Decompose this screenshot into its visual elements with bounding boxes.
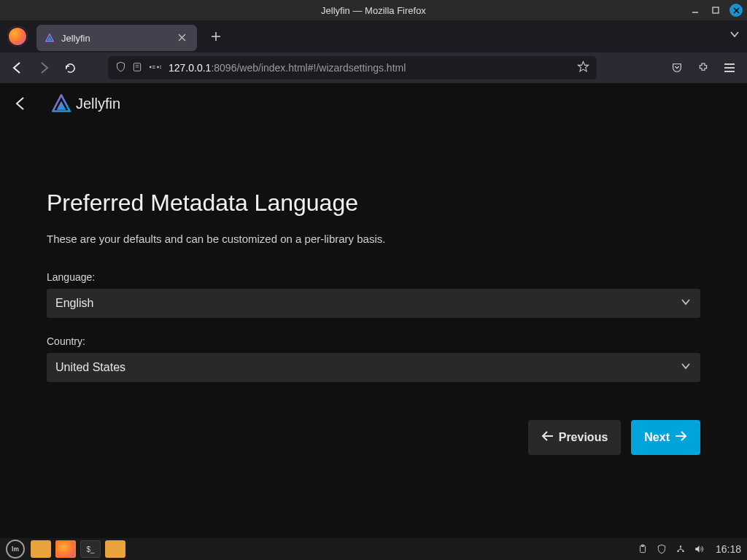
terminal-taskbar-icon[interactable]: $_ xyxy=(80,540,101,558)
jellyfin-logo-icon xyxy=(51,93,71,114)
svg-point-14 xyxy=(157,66,159,69)
file-manager-taskbar-icon[interactable] xyxy=(31,540,51,558)
svg-point-27 xyxy=(680,545,681,547)
language-label: Language: xyxy=(47,271,700,283)
browser-tabstrip: Jellyfin xyxy=(0,20,747,52)
os-titlebar: Jellyfin — Mozilla Firefox xyxy=(0,0,747,20)
arrow-right-icon xyxy=(674,431,687,444)
country-select[interactable]: United States xyxy=(47,353,700,382)
url-port: :8096 xyxy=(211,62,236,74)
previous-button[interactable]: Previous xyxy=(528,420,622,455)
country-value: United States xyxy=(55,361,125,374)
nav-forward-button[interactable] xyxy=(34,58,54,78)
language-select[interactable]: English xyxy=(47,289,700,318)
tab-title: Jellyfin xyxy=(61,33,178,44)
system-tray: 16:18 xyxy=(637,543,741,555)
firefox-taskbar-icon[interactable] xyxy=(55,540,76,558)
window-title: Jellyfin — Mozilla Firefox xyxy=(321,5,426,16)
next-button[interactable]: Next xyxy=(631,420,700,455)
browser-toolbar: 127.0.0.1:8096/web/index.html#!/wizardse… xyxy=(0,52,747,83)
permissions-icon xyxy=(148,62,161,74)
svg-point-25 xyxy=(677,551,678,552)
taskbar-clock[interactable]: 16:18 xyxy=(716,543,741,555)
page-subtitle: These are your defaults and can be custo… xyxy=(47,233,700,245)
url-bar[interactable]: 127.0.0.1:8096/web/index.html#!/wizardse… xyxy=(108,56,597,79)
jellyfin-logo: Jellyfin xyxy=(51,93,120,114)
pocket-button[interactable] xyxy=(667,58,687,78)
next-label: Next xyxy=(644,431,670,444)
page-info-icon xyxy=(132,62,142,74)
volume-tray-icon[interactable] xyxy=(694,543,705,555)
start-menu-button[interactable]: lm xyxy=(6,540,25,559)
jellyfin-header: Jellyfin xyxy=(0,83,747,124)
arrow-left-icon xyxy=(541,431,554,444)
tab-close-button[interactable] xyxy=(178,33,190,44)
country-label: Country: xyxy=(47,335,700,347)
extensions-button[interactable] xyxy=(693,58,713,78)
wizard-page: Preferred Metadata Language These are yo… xyxy=(0,124,747,455)
security-tray-icon[interactable] xyxy=(656,543,667,555)
window-close-button[interactable] xyxy=(729,4,743,17)
url-host: 127.0.0.1 xyxy=(169,62,211,74)
jellyfin-back-button[interactable] xyxy=(13,96,29,112)
shield-icon xyxy=(115,61,126,74)
jellyfin-favicon-icon xyxy=(44,32,55,44)
language-field: Language: English xyxy=(47,271,700,318)
page-title: Preferred Metadata Language xyxy=(47,190,700,217)
os-taskbar: lm $_ 16:18 xyxy=(0,538,747,560)
url-path: /web/index.html#!/wizardsettings.html xyxy=(236,62,406,74)
new-tab-button[interactable] xyxy=(206,26,226,47)
firefox-logo-icon xyxy=(7,26,28,47)
svg-rect-1 xyxy=(713,7,719,13)
window-maximize-button[interactable] xyxy=(709,4,722,17)
app-menu-button[interactable] xyxy=(719,58,740,78)
previous-label: Previous xyxy=(559,431,608,444)
svg-point-11 xyxy=(150,66,152,69)
language-value: English xyxy=(55,297,93,310)
bookmark-star-icon[interactable] xyxy=(577,61,589,75)
chevron-down-icon xyxy=(680,296,692,311)
nav-back-button[interactable] xyxy=(7,58,28,78)
nav-reload-button[interactable] xyxy=(60,58,80,78)
browser-tab[interactable]: Jellyfin xyxy=(36,25,197,51)
svg-point-26 xyxy=(682,551,684,552)
network-tray-icon[interactable] xyxy=(675,543,686,555)
url-text: 127.0.0.1:8096/web/index.html#!/wizardse… xyxy=(169,62,570,74)
jellyfin-logo-text: Jellyfin xyxy=(76,96,120,112)
chevron-down-icon xyxy=(680,360,692,375)
clipboard-tray-icon[interactable] xyxy=(637,543,649,555)
window-minimize-button[interactable] xyxy=(689,4,702,17)
country-field: Country: United States xyxy=(47,335,700,382)
folder-taskbar-icon[interactable] xyxy=(105,540,125,558)
svg-text:lm: lm xyxy=(12,545,19,553)
tabs-overflow-button[interactable] xyxy=(729,29,740,42)
